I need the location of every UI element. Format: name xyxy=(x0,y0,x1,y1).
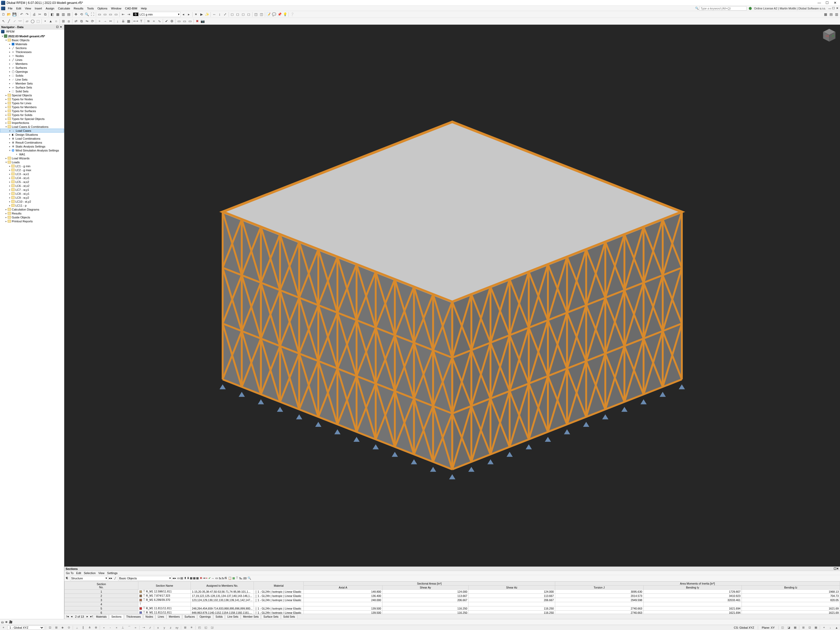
table-row-down-button[interactable]: ⬇ xyxy=(187,576,189,580)
menu-insert[interactable]: Insert xyxy=(33,6,44,11)
sections-table[interactable]: Section No. Section Name Assigned to Mem… xyxy=(64,581,840,614)
combo-next-button[interactable]: ▸ xyxy=(111,576,112,580)
tree-item[interactable]: ▸↓Load Cases xyxy=(0,129,64,133)
table-excel-button[interactable]: ▦ xyxy=(232,576,235,580)
tree-item[interactable]: ▸LC2 - g max xyxy=(0,168,64,172)
hinge-tool-button[interactable]: ○ xyxy=(54,19,59,24)
coord-system-combo[interactable]: 1 - Global XYZ xyxy=(7,625,44,630)
keyword-search[interactable] xyxy=(699,6,747,11)
table-calc-button[interactable]: ▭ xyxy=(215,576,218,580)
tab-prev-button[interactable]: ◂ xyxy=(70,615,74,618)
status-grid-2-button[interactable]: ⊡ xyxy=(807,625,812,630)
table-section-view-button[interactable]: ⟙ xyxy=(236,576,238,580)
tree-item[interactable]: ▸⚙Static Analysis Settings xyxy=(0,144,64,148)
menu-window[interactable]: Window xyxy=(109,6,123,11)
maximize-button[interactable]: ☐ xyxy=(823,0,831,5)
snap-end-button[interactable]: • xyxy=(102,625,106,630)
tree-item[interactable]: ▸▱Surfaces xyxy=(0,66,64,69)
app-menu-icon[interactable] xyxy=(1,6,5,10)
table-fx-button[interactable]: fx xyxy=(219,577,221,580)
view-z-button[interactable]: ▤ xyxy=(66,12,71,17)
panel-layout-1-button[interactable]: ▦ xyxy=(823,12,828,17)
menu-assign[interactable]: Assign xyxy=(44,6,56,11)
tree-item[interactable]: ▸⬚Solids xyxy=(0,74,64,77)
tab-solid-sets[interactable]: Solid Sets xyxy=(281,614,297,619)
dim-tool-button[interactable]: ⟷ xyxy=(133,19,138,24)
snap-tan-button[interactable]: ⌒ xyxy=(127,625,131,630)
tree-item[interactable]: ▾Basic Objects xyxy=(0,38,64,42)
tree-item[interactable]: ▸Imperfections xyxy=(0,121,64,125)
snap-3-button[interactable]: ◈ xyxy=(60,625,65,630)
tree-item[interactable]: ▸LC9 - w,y2 xyxy=(0,196,64,199)
table-filter-button[interactable]: ▤ xyxy=(180,576,183,580)
member-tool-button[interactable]: ⟋ xyxy=(12,19,17,24)
combo-prev-button[interactable]: ◂ xyxy=(109,576,110,580)
tree-item[interactable]: ▸Printout Reports xyxy=(0,219,64,223)
cut-button[interactable]: ✂ xyxy=(37,12,42,17)
tree-item[interactable]: ▾Load Cases & Combinations xyxy=(0,125,64,129)
table-delete-button[interactable]: ✖ xyxy=(200,576,202,580)
load-point-button[interactable]: ↓ xyxy=(115,19,120,24)
tree-item[interactable]: ▸Types for Lines xyxy=(0,101,64,105)
tree-item[interactable]: ▸╱Sections xyxy=(0,46,64,50)
table-decimals-button[interactable]: .00 xyxy=(243,577,246,580)
note-button[interactable]: 📝 xyxy=(266,12,271,17)
label-4-button[interactable]: ◻ xyxy=(246,12,251,17)
snap-6-button[interactable]: ∥ xyxy=(81,625,85,630)
table-copy-button[interactable]: 📋 xyxy=(228,576,232,580)
load-line-button[interactable]: ⇊ xyxy=(120,19,126,24)
sections-menu-view[interactable]: View xyxy=(98,572,104,575)
table-row-up-button[interactable]: ⬆ xyxy=(184,576,186,580)
wand-button[interactable]: ✨ xyxy=(204,12,210,17)
menu-results[interactable]: Results xyxy=(72,6,85,11)
sections-menu-edit[interactable]: Edit xyxy=(76,572,81,575)
tree-item[interactable]: ▸Types for Solids xyxy=(0,113,64,117)
tab-first-button[interactable]: I◂ xyxy=(65,615,70,618)
align-right-button[interactable]: ⇥ xyxy=(126,12,131,17)
dim-z-button[interactable]: ⤢ xyxy=(223,12,228,17)
snap-ext-button[interactable]: ⇢ xyxy=(141,625,146,630)
solid-tool-button[interactable]: ⬚ xyxy=(35,19,41,24)
snap-2-button[interactable]: ⊞ xyxy=(54,625,58,630)
tree-item[interactable]: ▸◯Openings xyxy=(0,69,64,74)
dim-x-button[interactable]: ↔ xyxy=(212,12,217,17)
status-render-2-button[interactable]: ◪ xyxy=(786,625,791,630)
table-arrow-button[interactable]: → xyxy=(211,577,214,580)
navigator-dock-button[interactable]: ☐ xyxy=(55,25,59,28)
tab-members[interactable]: Members xyxy=(166,614,182,619)
delete-red-button[interactable]: ✖ xyxy=(194,19,200,24)
menu-tools[interactable]: Tools xyxy=(85,6,96,11)
menu-options[interactable]: Options xyxy=(96,6,109,11)
ucs-2-button[interactable]: ◱ xyxy=(204,625,208,630)
ucs-3-button[interactable]: ◲ xyxy=(210,625,215,630)
tree-item[interactable]: ▸Guide Objects xyxy=(0,215,64,219)
redo-button[interactable]: ↷ xyxy=(24,12,30,17)
view-y-button[interactable]: ▥ xyxy=(61,12,66,17)
snap-4-button[interactable]: ⊙ xyxy=(66,625,71,630)
cs-x-button[interactable]: x xyxy=(156,625,160,630)
sections-dock-button[interactable]: ☐ xyxy=(834,567,836,570)
snap-par-button[interactable]: ⫽ xyxy=(147,625,152,630)
display-3-button[interactable]: ▭ xyxy=(108,12,113,17)
snap-7-button[interactable]: ⋔ xyxy=(87,625,92,630)
light-button[interactable]: 💡 xyxy=(283,12,288,17)
tab-openings[interactable]: Openings xyxy=(197,614,213,619)
status-grid-3-button[interactable]: ▦ xyxy=(813,625,818,630)
tab-surfaces[interactable]: Surfaces xyxy=(182,614,197,619)
table-export-button[interactable]: ⇥ xyxy=(203,576,205,580)
tree-item[interactable]: ▸Results xyxy=(0,211,64,215)
node-tool-button[interactable]: • xyxy=(43,19,48,24)
navigator-tree[interactable]: ▾2022.03 Modell gesamt.rf5*▾Basic Object… xyxy=(0,33,64,619)
panel-video-button[interactable]: 🎥 xyxy=(9,620,13,624)
cs-y-button[interactable]: y xyxy=(162,625,167,630)
loadcase-combo[interactable]: LC1 g min▾ xyxy=(139,12,181,17)
tree-item[interactable]: ▾🌀Wind Simulation Analysis Settings xyxy=(0,148,64,152)
tree-item[interactable]: ▸🟦Materials xyxy=(0,42,64,46)
result-2-button[interactable]: ≈ xyxy=(151,19,156,24)
minimize-button[interactable]: — xyxy=(815,0,823,5)
tree-item[interactable]: ▸Types for Special Objects xyxy=(0,117,64,121)
view-iso-button[interactable]: ◧ xyxy=(50,12,55,17)
col-section-name[interactable]: Section Name xyxy=(138,582,191,590)
tab-line-sets[interactable]: Line Sets xyxy=(225,614,241,619)
polar-button[interactable]: ✳ xyxy=(189,625,194,630)
